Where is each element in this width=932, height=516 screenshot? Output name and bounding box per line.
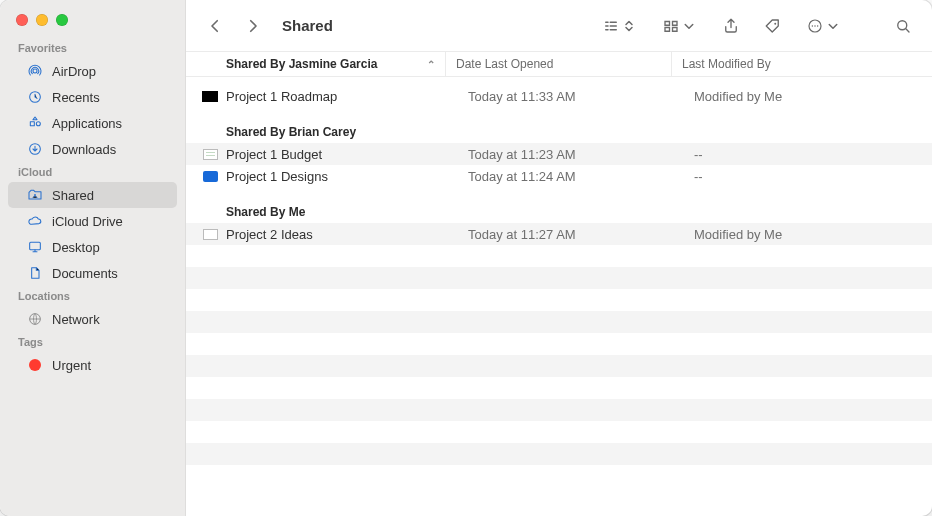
file-black-icon <box>200 88 220 104</box>
search-button[interactable] <box>888 13 918 39</box>
column-header-row: Shared By Jasmine Garcia ⌃ Date Last Ope… <box>186 52 932 77</box>
sidebar-item-icloud-drive[interactable]: iCloud Drive <box>8 208 177 234</box>
sidebar-section-title: Locations <box>0 286 185 306</box>
group-header: Shared By Me <box>186 187 932 223</box>
file-modified-by: Modified by Me <box>684 89 932 104</box>
zoom-window-button[interactable] <box>56 14 68 26</box>
sidebar-section-title: Favorites <box>0 38 185 58</box>
file-list[interactable]: Project 1 RoadmapToday at 11:33 AMModifi… <box>186 77 932 516</box>
ellipsis-circle-icon <box>806 17 824 35</box>
group-button[interactable] <box>656 13 704 39</box>
file-row[interactable]: Project 1 DesignsToday at 11:24 AM-- <box>186 165 932 187</box>
file-modified-by: -- <box>684 169 932 184</box>
minimize-window-button[interactable] <box>36 14 48 26</box>
svg-point-6 <box>774 22 776 24</box>
column-header-name-label: Shared By Jasmine Garcia <box>226 57 377 71</box>
apps-icon <box>26 114 44 132</box>
sidebar-item-label: Urgent <box>52 358 91 373</box>
empty-rows <box>186 245 932 465</box>
sidebar-item-label: Desktop <box>52 240 100 255</box>
sidebar-item-label: AirDrop <box>52 64 96 79</box>
network-icon <box>26 310 44 328</box>
sidebar-item-downloads[interactable]: Downloads <box>8 136 177 162</box>
sidebar-item-recents[interactable]: Recents <box>8 84 177 110</box>
file-modified-by: Modified by Me <box>684 227 932 242</box>
svg-point-3 <box>34 194 36 196</box>
file-row[interactable]: Project 2 IdeasToday at 11:27 AMModified… <box>186 223 932 245</box>
file-row[interactable]: Project 1 BudgetToday at 11:23 AM-- <box>186 143 932 165</box>
sidebar: FavoritesAirDropRecentsApplicationsDownl… <box>0 0 186 516</box>
sidebar-section-title: iCloud <box>0 162 185 182</box>
sidebar-item-label: Downloads <box>52 142 116 157</box>
tags-button[interactable] <box>758 13 788 39</box>
tag-icon <box>764 17 782 35</box>
group-header: Shared By Brian Carey <box>186 107 932 143</box>
sidebar-item-shared[interactable]: Shared <box>8 182 177 208</box>
sidebar-item-airdrop[interactable]: AirDrop <box>8 58 177 84</box>
desktop-icon <box>26 238 44 256</box>
sidebar-item-urgent[interactable]: Urgent <box>8 352 177 378</box>
sidebar-item-applications[interactable]: Applications <box>8 110 177 136</box>
tag-red-icon <box>26 356 44 374</box>
column-header-date-label: Date Last Opened <box>456 57 553 71</box>
file-row[interactable]: Project 1 RoadmapToday at 11:33 AMModifi… <box>186 85 932 107</box>
file-date: Today at 11:33 AM <box>458 89 684 104</box>
sidebar-section-title: Tags <box>0 332 185 352</box>
file-sheet-icon <box>200 146 220 162</box>
column-header-name[interactable]: Shared By Jasmine Garcia ⌃ <box>186 52 446 76</box>
file-name: Project 2 Ideas <box>226 227 458 242</box>
view-mode-button[interactable] <box>596 13 644 39</box>
shared-folder-icon <box>26 186 44 204</box>
column-header-modified-label: Last Modified By <box>682 57 771 71</box>
airdrop-icon <box>26 62 44 80</box>
file-date: Today at 11:27 AM <box>458 227 684 242</box>
sidebar-item-network[interactable]: Network <box>8 306 177 332</box>
sidebar-item-label: Network <box>52 312 100 327</box>
file-blue-icon <box>200 168 220 184</box>
sidebar-item-label: iCloud Drive <box>52 214 123 229</box>
file-modified-by: -- <box>684 147 932 162</box>
file-name: Project 1 Budget <box>226 147 458 162</box>
chevron-down-icon <box>824 17 842 35</box>
file-date: Today at 11:23 AM <box>458 147 684 162</box>
list-view-icon <box>602 17 620 35</box>
clock-icon <box>26 88 44 106</box>
svg-point-0 <box>33 69 37 73</box>
chevron-left-icon <box>206 17 224 35</box>
sidebar-item-label: Documents <box>52 266 118 281</box>
sidebar-item-desktop[interactable]: Desktop <box>8 234 177 260</box>
chevron-right-icon <box>244 17 262 35</box>
documents-icon <box>26 264 44 282</box>
cloud-icon <box>26 212 44 230</box>
search-icon <box>894 17 912 35</box>
file-name: Project 1 Designs <box>226 169 458 184</box>
svg-point-8 <box>812 25 814 27</box>
main-pane: Shared <box>186 0 932 516</box>
share-button[interactable] <box>716 13 746 39</box>
file-name: Project 1 Roadmap <box>226 89 458 104</box>
svg-point-9 <box>814 25 816 27</box>
column-header-date[interactable]: Date Last Opened <box>446 52 672 76</box>
downloads-icon <box>26 140 44 158</box>
sidebar-item-documents[interactable]: Documents <box>8 260 177 286</box>
updown-icon <box>620 17 638 35</box>
file-date: Today at 11:24 AM <box>458 169 684 184</box>
forward-button[interactable] <box>238 13 268 39</box>
sidebar-item-label: Shared <box>52 188 94 203</box>
sort-ascending-icon: ⌃ <box>427 59 435 70</box>
column-header-modified[interactable]: Last Modified By <box>672 52 932 76</box>
finder-window: FavoritesAirDropRecentsApplicationsDownl… <box>0 0 932 516</box>
back-button[interactable] <box>200 13 230 39</box>
window-title: Shared <box>282 17 333 34</box>
svg-rect-4 <box>30 242 41 249</box>
share-icon <box>722 17 740 35</box>
chevron-down-icon <box>680 17 698 35</box>
more-button[interactable] <box>800 13 848 39</box>
group-icon <box>662 17 680 35</box>
sidebar-item-label: Applications <box>52 116 122 131</box>
close-window-button[interactable] <box>16 14 28 26</box>
window-controls <box>0 10 185 38</box>
svg-point-10 <box>817 25 819 27</box>
sidebar-item-label: Recents <box>52 90 100 105</box>
toolbar: Shared <box>186 0 932 52</box>
